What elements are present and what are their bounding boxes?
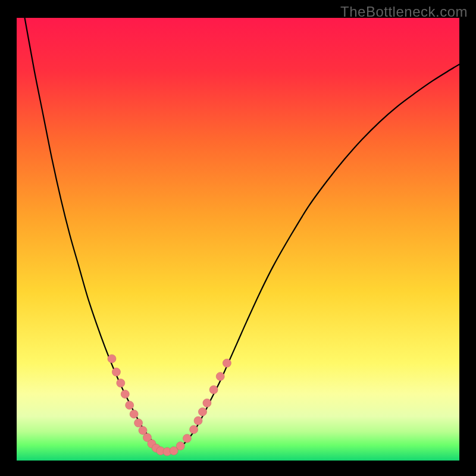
data-marker	[117, 379, 125, 387]
data-marker	[176, 441, 184, 450]
data-marker	[194, 416, 202, 425]
bottleneck-plot	[17, 18, 459, 461]
data-marker	[198, 408, 206, 416]
data-marker	[126, 401, 134, 409]
data-marker	[139, 426, 147, 434]
data-marker	[209, 386, 218, 394]
chart-frame: TheBottleneck.com	[0, 0, 476, 476]
data-marker	[190, 425, 198, 434]
data-marker	[112, 368, 120, 376]
watermark-text: TheBottleneck.com	[340, 4, 468, 20]
data-marker	[216, 372, 224, 381]
data-marker	[203, 399, 211, 407]
data-marker	[121, 390, 129, 398]
data-marker	[134, 419, 143, 427]
gradient-background	[17, 18, 459, 461]
data-marker	[183, 434, 191, 443]
data-marker	[223, 359, 231, 367]
plot-svg	[17, 18, 459, 461]
data-marker	[108, 355, 116, 363]
data-marker	[130, 410, 138, 418]
